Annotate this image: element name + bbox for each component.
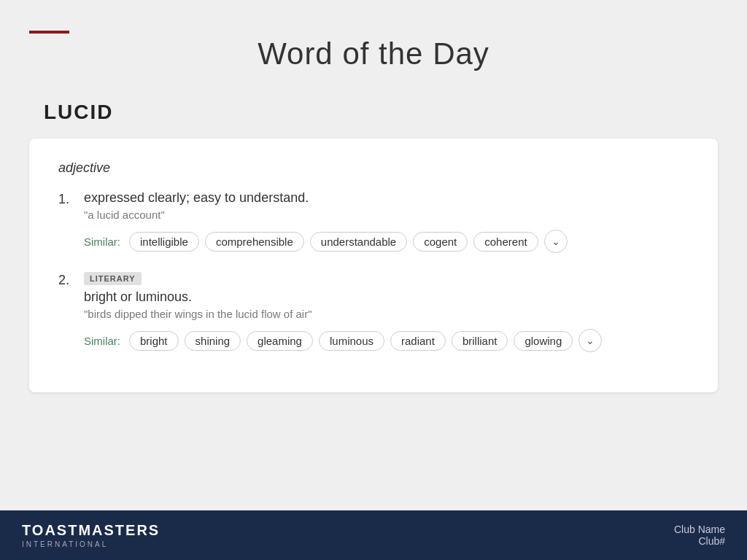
tag-luminous[interactable]: luminous — [319, 331, 384, 351]
literary-badge: LITERARY — [84, 272, 142, 285]
brand-sub: INTERNATIONAL — [22, 540, 160, 548]
tag-comprehensible[interactable]: comprehensible — [205, 232, 304, 252]
tag-intelligible[interactable]: intelligible — [129, 232, 199, 252]
toastmasters-logo: TOASTMASTERS INTERNATIONAL — [22, 522, 160, 548]
tag-brilliant[interactable]: brilliant — [452, 331, 508, 351]
expand-button-1[interactable]: ⌄ — [544, 230, 568, 253]
part-of-speech: adjective — [58, 160, 689, 176]
similar-label-1: Similar: — [84, 236, 120, 248]
def-example-1: "a lucid account" — [84, 209, 689, 221]
footer-club-info: Club Name Club# — [674, 524, 725, 547]
club-name: Club Name — [674, 524, 725, 535]
tag-cogent[interactable]: cogent — [413, 232, 468, 252]
similar-row-1: Similar: intelligible comprehensible und… — [84, 230, 689, 253]
definition-item-1: 1. expressed clearly; easy to understand… — [58, 190, 689, 253]
def-number-1: 1. — [58, 190, 73, 253]
tag-gleaming[interactable]: gleaming — [247, 331, 313, 351]
definition-item-2: 2. LITERARY bright or luminous. "birds d… — [58, 271, 689, 352]
similar-row-2: Similar: bright shining gleaming luminou… — [84, 329, 689, 352]
footer: TOASTMASTERS INTERNATIONAL Club Name Clu… — [0, 510, 747, 560]
page-title: Word of the Day — [29, 22, 718, 79]
def-text-1: expressed clearly; easy to understand. — [84, 190, 689, 206]
similar-label-2: Similar: — [84, 335, 120, 347]
def-number-2: 2. — [58, 271, 73, 352]
tag-glowing[interactable]: glowing — [514, 331, 573, 351]
club-number: Club# — [674, 535, 725, 547]
tag-radiant[interactable]: radiant — [390, 331, 446, 351]
def-text-2: bright or luminous. — [84, 289, 689, 305]
tag-understandable[interactable]: understandable — [310, 232, 407, 252]
word-term: LUCID — [15, 86, 732, 139]
tag-bright[interactable]: bright — [129, 331, 179, 351]
definition-card: adjective 1. expressed clearly; easy to … — [29, 139, 718, 392]
brand-main: TOASTMASTERS — [22, 522, 160, 539]
tag-coherent[interactable]: coherent — [473, 232, 538, 252]
tag-shining[interactable]: shining — [185, 331, 241, 351]
decorative-dash — [29, 31, 69, 34]
def-example-2: "birds dipped their wings in the lucid f… — [84, 308, 689, 320]
expand-button-2[interactable]: ⌄ — [578, 329, 602, 352]
